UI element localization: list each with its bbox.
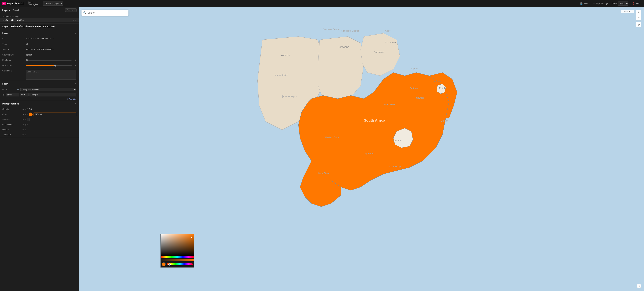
- data-icon[interactable]: ▦: [25, 114, 26, 116]
- svg-text:Durban: Durban: [441, 120, 448, 122]
- layer-section-header[interactable]: Layer ▼: [0, 30, 79, 36]
- paint-section-header[interactable]: Paint properties ▼: [0, 101, 79, 107]
- filter-delete-button[interactable]: 🗑: [2, 94, 5, 96]
- expr-icon[interactable]: Σ: [25, 129, 26, 131]
- filter-section: Filter ▼ Filter fx every filter matches …: [0, 81, 79, 101]
- svg-text:South Africa: South Africa: [364, 118, 386, 122]
- color-input-wrap: [29, 112, 76, 116]
- filter-value-input[interactable]: [30, 93, 76, 96]
- add-filter-button[interactable]: ⊞ Add filter: [67, 98, 76, 100]
- antialias-checkbox[interactable]: [27, 118, 30, 121]
- map-area[interactable]: Namibia Botswana Zimbabwe South Africa L…: [79, 7, 644, 291]
- add-layer-button[interactable]: Add Layer: [65, 8, 77, 12]
- fx-icon[interactable]: fx: [22, 119, 24, 120]
- filter-collapse-icon: ▼: [75, 83, 76, 85]
- source-row: Source a8d1264f-cb1d-485f-8fc6-2973...: [0, 47, 79, 52]
- layer-item-label: openstreetmap: [5, 15, 77, 18]
- layer-type-selector[interactable]: Default polygon: [40, 2, 65, 6]
- hue-slider[interactable]: [167, 263, 193, 265]
- expr-icon[interactable]: Σ: [25, 134, 26, 136]
- fx-icon[interactable]: fx: [22, 114, 24, 116]
- color-preview-circle: [162, 262, 166, 266]
- paint-section: Paint properties ▼ Opacity fx ▦ Σ 0.8 Co…: [0, 101, 79, 137]
- fx-icon[interactable]: fx: [22, 108, 24, 110]
- eye-icon[interactable]: 👁: [75, 19, 77, 21]
- min-zoom-label: Min Zoom: [2, 59, 26, 62]
- detail-header: Layer: 'a8d1264f-cb1d-485f-8fc6-2973084d…: [0, 24, 79, 30]
- color-hex-input[interactable]: [34, 112, 76, 116]
- filter-mode-row: Filter fx every filter matches any filte…: [0, 87, 79, 92]
- translate-label: Translate: [2, 134, 22, 136]
- save-button[interactable]: 💾 Save: [579, 2, 589, 5]
- topbar: M Maputnik v2.0.0 Layer Wards_test Defau…: [0, 0, 644, 7]
- color-swatch[interactable]: [29, 112, 32, 116]
- paint-section-title: Paint properties: [2, 102, 75, 105]
- zoom-out-button[interactable]: −: [636, 15, 641, 20]
- max-zoom-slider[interactable]: 24: [26, 64, 76, 66]
- expand-button[interactable]: Expand: [12, 9, 20, 12]
- filter-field-input[interactable]: [6, 93, 19, 96]
- detail-title: Layer: 'a8d1264f-cb1d-485f-8fc6-2973084d…: [2, 25, 74, 28]
- antialias-icons: fx Σ: [22, 119, 26, 120]
- source-value: a8d1264f-cb1d-485f-8fc6-2973...: [26, 48, 76, 51]
- paint-collapse-icon: ▼: [75, 103, 76, 105]
- list-item[interactable]: ◌ openstreetmap: [0, 14, 79, 18]
- fx-icon[interactable]: fx: [22, 129, 24, 131]
- more-menu-button[interactable]: ⋮: [74, 25, 76, 28]
- data-icon[interactable]: ▦: [25, 124, 26, 126]
- filter-section-header[interactable]: Filter ▼: [0, 81, 79, 87]
- fx-icon[interactable]: fx: [22, 134, 24, 136]
- svg-text:Eswatini: Eswatini: [434, 80, 442, 83]
- comments-row: Comments: [0, 68, 79, 81]
- expr-icon[interactable]: Σ: [27, 108, 28, 110]
- expr-icon[interactable]: Σ: [27, 114, 28, 116]
- search-input[interactable]: [82, 10, 128, 16]
- outline-color-row: Outline color fx ▦ Σ: [0, 122, 79, 127]
- add-filter-icon: ⊞: [67, 98, 68, 100]
- info-button[interactable]: ℹ: [636, 284, 641, 288]
- data-icon[interactable]: ▦: [25, 108, 26, 110]
- svg-text:Gqeberha: Gqeberha: [364, 152, 374, 155]
- view-selector[interactable]: View Map: [612, 2, 628, 6]
- expr-icon[interactable]: Σ: [27, 124, 28, 126]
- filter-mode-dropdown[interactable]: every filter matches any filter matches: [20, 88, 76, 92]
- min-zoom-slider[interactable]: 0: [26, 59, 76, 61]
- filter-mode-label: Filter: [2, 88, 16, 91]
- zoom-controls: + − ⊕: [636, 10, 641, 27]
- opacity-value: 0.8: [29, 108, 76, 110]
- svg-text:Hardap Region: Hardap Region: [274, 74, 288, 76]
- expr-icon[interactable]: Σ: [25, 119, 26, 120]
- svg-text:Kgalagadi District: Kgalagadi District: [341, 30, 359, 32]
- zoom-in-button[interactable]: +: [636, 10, 641, 15]
- layer-type-dropdown[interactable]: Default polygon: [43, 2, 63, 6]
- alpha-bar[interactable]: [161, 259, 194, 261]
- source-label: Source: [2, 48, 26, 51]
- svg-text:Eastern Cape: Eastern Cape: [388, 166, 402, 168]
- filter-condition-row: 🗑 == ▼: [0, 92, 79, 97]
- comments-input[interactable]: [26, 70, 76, 80]
- list-item[interactable]: ◌ a8d1264f-cb1d-485f- ⎘ 👁: [0, 18, 79, 22]
- svg-text:Gazo: Gazo: [385, 30, 390, 32]
- fx-icon[interactable]: fx: [22, 124, 24, 126]
- layer-item-label: a8d1264f-cb1d-485f-: [5, 19, 72, 22]
- layers-title: Layers: [2, 9, 10, 12]
- layer-info: Layer Wards_test: [26, 1, 40, 6]
- hue-bar[interactable]: [161, 256, 194, 258]
- opacity-icons: fx ▦ Σ: [22, 108, 28, 110]
- style-settings-button[interactable]: ⚙ Style Settings: [592, 2, 610, 5]
- search-icon: 🔍: [83, 11, 86, 14]
- compass-button[interactable]: ⊕: [636, 22, 641, 27]
- help-button[interactable]: ❓ Help: [631, 2, 641, 5]
- color-label: Color: [2, 113, 22, 116]
- zoom-label: Zoom: 5.18: [621, 10, 634, 14]
- add-filter-label: Add filter: [69, 98, 76, 100]
- max-zoom-value: 24: [73, 64, 76, 66]
- view-dropdown[interactable]: Map: [618, 2, 628, 6]
- pattern-row: Pattern fx Σ: [0, 127, 79, 132]
- filter-op-select[interactable]: == ▼: [20, 93, 28, 96]
- source-layer-label: Source Layer: [2, 54, 26, 56]
- color-gradient-canvas[interactable]: [161, 234, 194, 256]
- color-bottom: [161, 261, 194, 267]
- svg-text:Pretoria: Pretoria: [410, 87, 418, 90]
- copy-icon[interactable]: ⎘: [73, 19, 74, 21]
